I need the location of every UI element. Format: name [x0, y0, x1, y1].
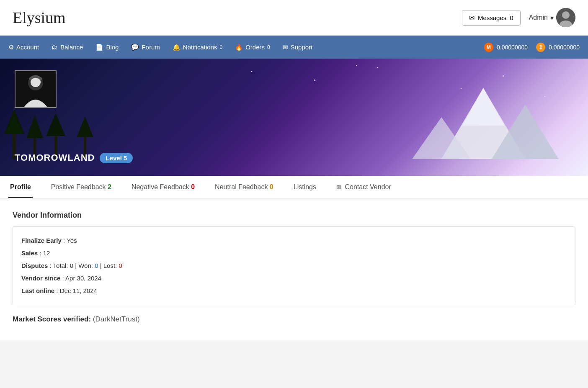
disputes-won-label: Won: — [78, 262, 93, 269]
star — [251, 71, 252, 72]
monero-icon: M — [484, 43, 493, 52]
mail-icon: ✉ — [336, 184, 341, 190]
blog-icon: 📄 — [95, 44, 103, 51]
admin-user[interactable]: Admin ▾ — [529, 8, 575, 27]
nav-bar: ⚙ Account 🗂 Balance 📄 Blog 💬 Forum 🔔 Not… — [0, 36, 588, 59]
vendor-since-row: Vendor since : Apr 30, 2024 — [21, 272, 567, 285]
nav-item-forum[interactable]: 💬 Forum — [131, 44, 160, 51]
svg-marker-6 — [462, 88, 504, 126]
tab-negative-feedback[interactable]: Negative Feedback 0 — [130, 176, 196, 198]
tab-profile[interactable]: Profile — [8, 176, 33, 198]
nav-item-orders[interactable]: 🔥 Orders 0 — [235, 44, 270, 51]
messages-label: Messages — [478, 14, 506, 21]
forum-icon: 💬 — [131, 44, 139, 51]
svg-marker-15 — [77, 116, 93, 137]
disputes-lost: 0 — [119, 262, 122, 269]
disputes-won: 0 — [95, 262, 98, 269]
bitcoin-amount: 0.00000000 — [549, 44, 580, 51]
orders-icon: 🔥 — [235, 44, 243, 51]
nav-item-notifications[interactable]: 🔔 Notifications 0 — [173, 44, 222, 51]
orders-badge: 0 — [267, 44, 270, 50]
vendor-since-label: Vendor since — [21, 275, 60, 282]
bitcoin-balance: ₿ 0.00000000 — [536, 43, 580, 52]
notifications-badge: 0 — [220, 44, 223, 50]
nav-left: ⚙ Account 🗂 Balance 📄 Blog 💬 Forum 🔔 Not… — [8, 44, 312, 51]
admin-label: Admin — [529, 14, 548, 21]
hero-user-info: TOMOROWLAND Level 5 — [15, 152, 133, 163]
last-online-row: Last online : Dec 11, 2024 — [21, 285, 567, 297]
tab-nav: Profile Positive Feedback 2 Negative Fee… — [0, 176, 588, 198]
main-content: Vendor Information Finalize Early : Yes … — [0, 198, 588, 340]
messages-count: 0 — [510, 14, 513, 21]
hero-avatar — [15, 70, 57, 108]
nav-item-account[interactable]: ⚙ Account — [8, 44, 39, 51]
nav-item-blog[interactable]: 📄 Blog — [95, 44, 119, 51]
messages-button[interactable]: ✉ Messages 0 — [462, 10, 521, 26]
disputes-prefix: Total: — [53, 262, 68, 269]
finalize-early-value: Yes — [67, 237, 77, 244]
monero-amount: 0.00000000 — [497, 44, 528, 51]
star — [356, 65, 357, 66]
svg-marker-11 — [26, 115, 43, 138]
star — [314, 80, 315, 81]
neutral-feedback-count: 0 — [270, 183, 273, 190]
hero-banner: TOMOROWLAND Level 5 — [0, 59, 588, 176]
bell-icon: 🔔 — [173, 44, 181, 51]
svg-point-1 — [562, 11, 570, 19]
nav-right: M 0.00000000 ₿ 0.00000000 — [484, 43, 580, 52]
svg-marker-13 — [46, 113, 65, 136]
monero-balance: M 0.00000000 — [484, 43, 528, 52]
market-scores-title: Market Scores verified: (DarkNetTrust) — [13, 315, 575, 324]
balance-icon: 🗂 — [52, 44, 58, 51]
positive-feedback-count: 2 — [108, 183, 111, 190]
avatar — [556, 8, 575, 27]
top-header: Elysium ✉ Messages 0 Admin ▾ — [0, 0, 588, 36]
tab-listings[interactable]: Listings — [292, 176, 318, 198]
nav-item-support[interactable]: ✉ Support — [283, 44, 313, 51]
vendor-since-value: Apr 30, 2024 — [65, 275, 101, 282]
vendor-info-title: Vendor Information — [13, 211, 575, 220]
tab-contact-vendor[interactable]: ✉ Contact Vendor — [335, 176, 393, 198]
sales-label: Sales — [21, 249, 38, 257]
trees-decoration — [0, 100, 168, 176]
envelope-icon: ✉ — [469, 14, 475, 22]
sales-row: Sales : 12 — [21, 247, 567, 260]
vendor-info-box: Finalize Early : Yes Sales : 12 Disputes… — [13, 226, 575, 305]
finalize-early-row: Finalize Early : Yes — [21, 234, 567, 247]
negative-feedback-count: 0 — [191, 183, 195, 190]
disputes-label: Disputes — [21, 262, 48, 269]
header-right: ✉ Messages 0 Admin ▾ — [462, 8, 575, 27]
disputes-total: 0 — [70, 262, 73, 269]
support-icon: ✉ — [283, 44, 288, 51]
nav-item-balance[interactable]: 🗂 Balance — [52, 44, 83, 51]
tab-positive-feedback[interactable]: Positive Feedback 2 — [49, 176, 113, 198]
disputes-row: Disputes : Total: 0 | Won: 0 | Lost: 0 — [21, 260, 567, 272]
last-online-value: Dec 11, 2024 — [60, 287, 97, 294]
gear-icon: ⚙ — [8, 44, 14, 51]
tab-neutral-feedback[interactable]: Neutral Feedback 0 — [213, 176, 275, 198]
logo: Elysium — [13, 8, 66, 27]
mountains-decoration — [379, 84, 588, 176]
bitcoin-icon: ₿ — [536, 43, 545, 52]
last-online-label: Last online — [21, 287, 54, 294]
chevron-down-icon: ▾ — [550, 14, 554, 22]
hero-username: TOMOROWLAND — [15, 152, 95, 163]
market-scores-subtitle: (DarkNetTrust) — [93, 315, 140, 323]
star — [503, 75, 504, 77]
disputes-lost-label: Lost: — [103, 262, 117, 269]
level-badge: Level 5 — [100, 153, 133, 163]
star — [377, 67, 378, 68]
finalize-early-label: Finalize Early — [21, 237, 62, 244]
sales-value: 12 — [43, 249, 50, 257]
